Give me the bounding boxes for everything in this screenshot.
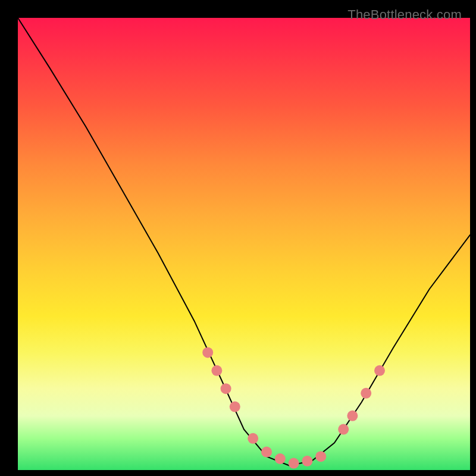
marker-dot <box>361 388 371 399</box>
marker-dot <box>338 424 349 435</box>
marker-dot <box>202 347 213 358</box>
bottleneck-curve-path <box>18 18 470 465</box>
marker-dot <box>275 453 286 464</box>
marker-dot <box>211 365 222 376</box>
marker-dot <box>289 458 299 469</box>
marker-dot <box>302 456 312 466</box>
plot-area <box>18 18 470 470</box>
bottleneck-curve <box>18 18 470 465</box>
chart-frame: TheBottleneck.com <box>6 6 470 470</box>
marker-dot <box>315 451 326 462</box>
marker-dot <box>221 383 231 394</box>
watermark-text: TheBottleneck.com <box>347 7 462 23</box>
marker-dot <box>347 411 358 421</box>
marker-dot <box>374 365 385 376</box>
marker-dot <box>230 402 240 412</box>
marker-dot <box>248 433 258 444</box>
marker-dot <box>261 447 272 458</box>
curve-svg <box>18 18 470 470</box>
